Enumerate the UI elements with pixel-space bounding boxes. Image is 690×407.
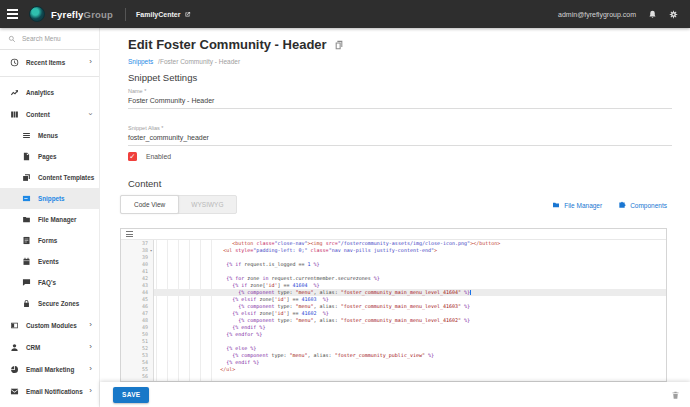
code-line-41[interactable] <box>154 268 666 275</box>
line-number: 38▾ <box>121 247 153 254</box>
code-line-52[interactable]: {% else %} <box>154 345 666 352</box>
sidebar-item-email-notifications[interactable]: Email Notifications› <box>0 380 99 402</box>
line-number: 37 <box>121 240 153 247</box>
menu-icon <box>22 131 31 140</box>
code-line-49[interactable]: {% endif %} <box>154 324 666 331</box>
breadcrumb-snippets-link[interactable]: Snippets <box>128 58 153 65</box>
tab-wysiwyg[interactable]: WYSIWYG <box>178 196 236 213</box>
line-number: 55 <box>121 366 153 373</box>
columns-icon <box>10 110 19 119</box>
code-line-43[interactable]: {% if zone['id'] == 41604 %} <box>154 282 666 289</box>
editor-view-tabs: Code View WYSIWYG <box>120 195 237 214</box>
tab-code-view[interactable]: Code View <box>120 195 179 214</box>
code-line-48[interactable]: {% component type: "menu", alias: "foste… <box>154 317 666 324</box>
sidebar-item-label: Analytics <box>26 89 54 96</box>
enabled-label: Enabled <box>146 153 171 160</box>
sidebar-item-email-marketing[interactable]: Email Marketing› <box>0 358 99 380</box>
form-icon <box>22 236 31 245</box>
sidebar-item-faq-s[interactable]: FAQ's <box>0 272 99 293</box>
envelope-icon <box>10 387 19 396</box>
alias-field-value[interactable]: foster_community_header <box>128 134 672 146</box>
enabled-checkbox[interactable]: ✓ <box>128 152 137 161</box>
alias-field-label: Snippet Alias * <box>128 125 672 131</box>
calendar-icon <box>22 257 31 266</box>
sidebar-item-crm[interactable]: CRM› <box>0 336 99 358</box>
code-line-44[interactable]: {% component type: "menu", alias: "foste… <box>154 289 666 296</box>
alias-field[interactable]: Snippet Alias * foster_community_header <box>128 125 672 146</box>
sidebar-item-content[interactable]: Content› <box>0 103 99 125</box>
sidebar-item-settings[interactable]: Settings› <box>0 402 99 407</box>
sidebar-item-label: CRM <box>26 344 40 351</box>
sidebar-item-file-manager[interactable]: File Manager <box>0 209 99 230</box>
code-line-45[interactable]: {% elsif zone['id'] == 41603 %} <box>154 296 666 303</box>
code-line-40[interactable]: {% if request.is_logged == 1 %} <box>154 261 666 268</box>
line-number: 50 <box>121 331 153 338</box>
code-line-56[interactable] <box>154 373 666 380</box>
sidebar-item-label: Email Notifications <box>26 388 83 395</box>
copy-icon[interactable] <box>334 40 344 50</box>
code-line-54[interactable]: {% endif %} <box>154 359 666 366</box>
snippet-settings-heading: Snippet Settings <box>128 72 197 83</box>
person-icon <box>10 343 19 352</box>
sidebar-item-snippets[interactable]: Snippets <box>0 188 99 209</box>
fyrefly-logo-icon <box>29 6 45 22</box>
sidebar-item-label: Recent Items <box>26 59 65 66</box>
chat-icon <box>22 278 31 287</box>
code-line-53[interactable]: {% component type: "menu", alias: "foste… <box>154 352 666 359</box>
puzzle-icon <box>618 201 626 209</box>
sidebar-item-label: Pages <box>38 153 57 160</box>
code-line-39[interactable] <box>154 254 666 261</box>
sidebar-item-forms[interactable]: Forms <box>0 230 99 251</box>
hamburger-menu-icon[interactable] <box>0 9 26 19</box>
top-bar: FyreflyGroup FamilyCenter admin@fyreflyg… <box>0 0 690 28</box>
sidebar-item-menus[interactable]: Menus <box>0 125 99 146</box>
code-editor[interactable]: 3738▾39404142434445464748495051525354555… <box>120 228 667 382</box>
sidebar-search[interactable] <box>0 28 99 50</box>
footer-action-bar: SAVE <box>100 382 690 407</box>
code-line-37[interactable]: <button class="close-nav"><img src="/fos… <box>154 240 666 247</box>
name-field-value[interactable]: Foster Community - Header <box>128 97 672 109</box>
code-line-42[interactable]: {% for zone in request.currentmember.sec… <box>154 275 666 282</box>
line-number: 39 <box>121 254 153 261</box>
code-line-46[interactable]: {% component type: "menu", alias: "foste… <box>154 303 666 310</box>
code-line-55[interactable]: </ul> <box>154 366 666 373</box>
user-email: admin@fyreflygroup.com <box>558 11 636 18</box>
save-button[interactable]: SAVE <box>113 387 149 403</box>
sidebar-item-custom-modules[interactable]: Custom Modules› <box>0 314 99 336</box>
sidebar-item-recent-items[interactable]: Recent Items› <box>0 50 99 74</box>
editor-toolbar <box>121 229 666 240</box>
code-line-38[interactable]: <ul style="padding-left: 0;" class="nav … <box>154 247 666 254</box>
brand-name: FyreflyGroup <box>51 9 113 20</box>
line-number: 44 <box>121 289 153 296</box>
sidebar-item-label: FAQ's <box>38 279 56 286</box>
editor-code-area[interactable]: <button class="close-nav"><img src="/fos… <box>154 240 666 382</box>
brand-secondary: Group <box>84 9 114 20</box>
sidebar-item-content-templates[interactable]: Content Templates <box>0 167 99 188</box>
site-link-familycenter[interactable]: FamilyCenter <box>136 11 191 18</box>
search-input[interactable] <box>22 35 92 42</box>
sidebar-item-secure-zones[interactable]: Secure Zones <box>0 293 99 314</box>
sidebar-item-pages[interactable]: Pages <box>0 146 99 167</box>
chevron-right-icon: › <box>89 343 92 351</box>
components-link[interactable]: Components <box>618 201 667 209</box>
code-fold-icon[interactable]: ▾ <box>150 247 153 254</box>
sidebar-item-analytics[interactable]: Analytics <box>0 81 99 103</box>
sidebar-item-label: Events <box>38 258 59 265</box>
chevron-right-icon: › <box>89 365 92 373</box>
site-link-label: FamilyCenter <box>136 11 180 18</box>
line-number: 40 <box>121 261 153 268</box>
sidebar-item-label: Content Templates <box>38 174 94 181</box>
trash-icon[interactable] <box>671 390 680 400</box>
code-line-51[interactable] <box>154 338 666 345</box>
sidebar-item-events[interactable]: Events <box>0 251 99 272</box>
file-manager-link[interactable]: File Manager <box>552 201 602 209</box>
notifications-bell-icon[interactable] <box>648 10 657 19</box>
snippet-icon <box>22 194 31 203</box>
folder-icon <box>552 201 560 209</box>
sidebar-item-label: Menus <box>38 132 58 139</box>
editor-menu-icon[interactable] <box>126 231 133 237</box>
code-line-47[interactable]: {% elsif zone['id'] == 41602 %} <box>154 310 666 317</box>
name-field[interactable]: Name * Foster Community - Header <box>128 88 672 109</box>
code-line-50[interactable]: {% endfor %} <box>154 331 666 338</box>
settings-gear-icon[interactable] <box>669 10 678 19</box>
